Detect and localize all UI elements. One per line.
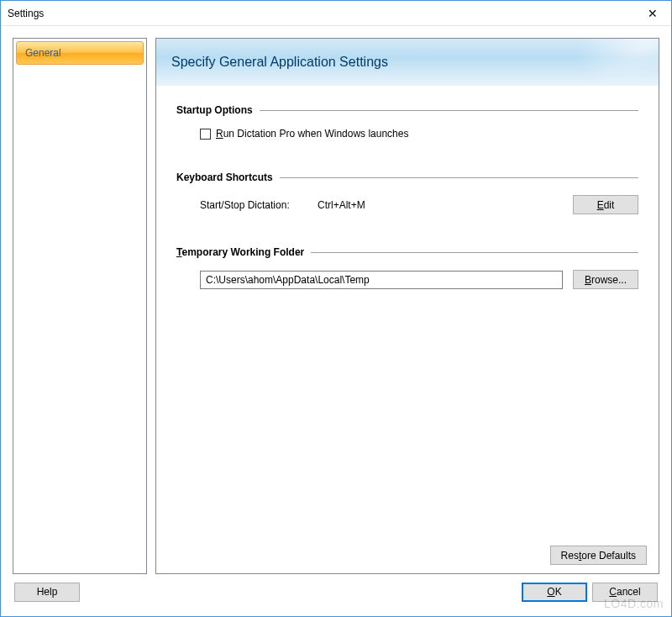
divider xyxy=(280,177,638,178)
section-tempfolder-content: Browse... xyxy=(176,270,638,289)
checkbox-label: Run Dictation Pro when Windows launches xyxy=(216,128,408,140)
sidebar-item-general[interactable]: General xyxy=(16,41,144,65)
section-startup-header: Startup Options xyxy=(176,104,638,116)
content-area: General Specify General Application Sett… xyxy=(1,26,671,616)
close-button[interactable]: ✕ xyxy=(633,1,671,25)
shortcut-label: Start/Stop Dictation: xyxy=(200,199,318,211)
panel-header: Specify General Application Settings xyxy=(156,39,659,86)
settings-window: Settings ✕ General Specify General Appli… xyxy=(0,0,672,617)
restore-defaults-button[interactable]: Restore Defaults xyxy=(550,546,647,565)
divider xyxy=(260,110,638,111)
temp-folder-input[interactable] xyxy=(200,271,563,289)
panel-header-text: Specify General Application Settings xyxy=(171,55,388,70)
cancel-button[interactable]: Cancel xyxy=(592,583,658,602)
section-tempfolder-title: Temporary Working Folder xyxy=(176,246,304,258)
close-icon: ✕ xyxy=(648,7,658,20)
browse-button[interactable]: Browse... xyxy=(573,270,638,289)
bottom-bar: Help OK Cancel xyxy=(13,574,659,609)
restore-defaults-row: Restore Defaults xyxy=(550,546,647,565)
section-shortcuts-title: Keyboard Shortcuts xyxy=(176,171,273,183)
panel-body: Startup Options Run Dictation Pro when W… xyxy=(156,86,659,573)
window-title: Settings xyxy=(8,8,44,19)
edit-shortcut-button[interactable]: Edit xyxy=(573,195,638,214)
sidebar-item-label: General xyxy=(25,47,61,59)
help-button[interactable]: Help xyxy=(14,583,80,602)
run-on-launch-checkbox[interactable]: Run Dictation Pro when Windows launches xyxy=(200,128,638,140)
checkbox-icon xyxy=(200,129,211,140)
section-shortcuts-content: Start/Stop Dictation: Ctrl+Alt+M Edit xyxy=(176,195,638,214)
titlebar: Settings ✕ xyxy=(1,1,671,26)
sidebar: General xyxy=(13,38,147,574)
detail-panel: Specify General Application Settings Sta… xyxy=(155,38,659,574)
divider xyxy=(311,252,638,253)
ok-button[interactable]: OK xyxy=(522,583,587,602)
section-tempfolder-header: Temporary Working Folder xyxy=(176,246,638,258)
section-startup-title: Startup Options xyxy=(176,104,253,116)
section-shortcuts-header: Keyboard Shortcuts xyxy=(176,171,638,183)
main-panels: General Specify General Application Sett… xyxy=(13,38,659,574)
shortcut-value: Ctrl+Alt+M xyxy=(318,199,573,211)
section-startup-content: Run Dictation Pro when Windows launches xyxy=(176,128,638,140)
